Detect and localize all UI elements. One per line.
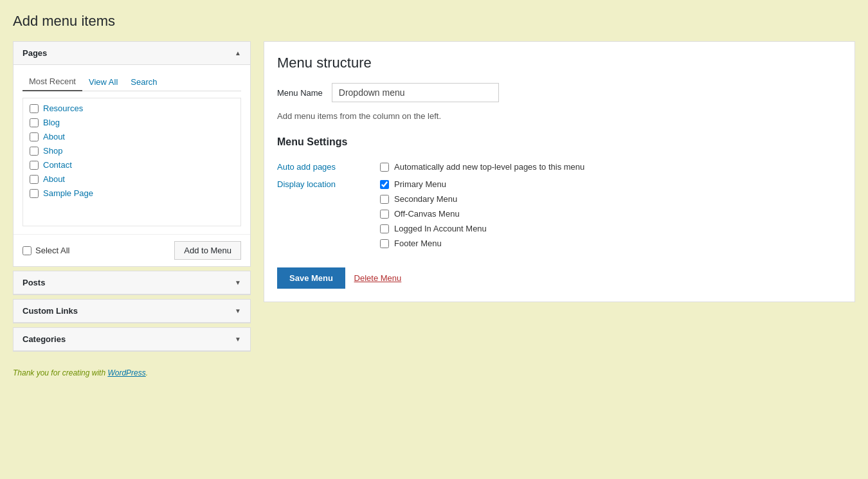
- display-location-options: Primary Menu Secondary Menu Off-Canvas M…: [380, 176, 842, 252]
- custom-links-section: Custom Links ▼: [13, 299, 251, 323]
- tab-view-all[interactable]: View All: [82, 73, 124, 91]
- select-all-label[interactable]: Select All: [35, 246, 69, 255]
- categories-accordion-header[interactable]: Categories ▼: [14, 328, 250, 351]
- posts-collapse-arrow[interactable]: ▼: [235, 279, 241, 286]
- location-logged-in-label: Logged In Account Menu: [394, 224, 487, 233]
- page-checkbox-about1[interactable]: [30, 132, 39, 141]
- footer: Thank you for creating with WordPress.: [13, 368, 855, 377]
- pages-section: Pages ▲ Most Recent View All Search Reso…: [13, 41, 251, 267]
- save-menu-button[interactable]: Save Menu: [277, 267, 345, 289]
- page-title: Add menu items: [13, 13, 855, 30]
- page-item-about1: About: [30, 132, 234, 141]
- auto-add-option-label: Automatically add new top-level pages to…: [394, 162, 584, 172]
- footer-text-after: .: [146, 368, 148, 377]
- auto-add-checkbox[interactable]: [380, 163, 389, 172]
- menu-name-label: Menu Name: [277, 88, 323, 98]
- menu-hint: Add menu items from the column on the le…: [277, 111, 842, 121]
- wordpress-link[interactable]: WordPress: [107, 368, 145, 377]
- pages-accordion-footer: Select All Add to Menu: [14, 234, 250, 266]
- pages-section-label: Pages: [23, 48, 47, 58]
- location-logged-in-checkbox[interactable]: [380, 224, 389, 233]
- location-footer: Footer Menu: [380, 239, 842, 248]
- display-location-options-list: Primary Menu Secondary Menu Off-Canvas M…: [380, 179, 842, 248]
- posts-section-label: Posts: [23, 278, 45, 287]
- auto-add-pages-label: Auto add pages: [277, 158, 380, 176]
- categories-section: Categories ▼: [13, 327, 251, 352]
- location-off-canvas-label: Off-Canvas Menu: [394, 209, 460, 219]
- location-primary-label: Primary Menu: [394, 179, 446, 189]
- location-logged-in: Logged In Account Menu: [380, 224, 842, 233]
- select-all-row: Select All: [23, 246, 69, 255]
- auto-add-pages-options: Automatically add new top-level pages to…: [380, 158, 842, 176]
- location-secondary-label: Secondary Menu: [394, 194, 457, 204]
- page-item-contact: Contact: [30, 160, 234, 170]
- posts-accordion-header[interactable]: Posts ▼: [14, 271, 250, 294]
- auto-add-option: Automatically add new top-level pages to…: [380, 162, 842, 172]
- pages-checkbox-list: Resources Blog About Shop: [23, 98, 241, 226]
- menu-structure-title: Menu structure: [277, 55, 842, 71]
- location-off-canvas: Off-Canvas Menu: [380, 209, 842, 219]
- display-location-row: Display location Primary Menu Secondary …: [277, 176, 842, 252]
- add-to-menu-button[interactable]: Add to Menu: [174, 241, 241, 260]
- page-checkbox-contact[interactable]: [30, 161, 39, 170]
- menu-settings-title: Menu Settings: [277, 136, 842, 148]
- tab-most-recent[interactable]: Most Recent: [23, 73, 82, 91]
- location-footer-checkbox[interactable]: [380, 239, 389, 248]
- display-location-label: Display location: [277, 176, 380, 252]
- page-checkbox-sample[interactable]: [30, 189, 39, 198]
- action-buttons: Save Menu Delete Menu: [277, 267, 842, 289]
- custom-links-collapse-arrow[interactable]: ▼: [235, 307, 241, 314]
- left-column: Pages ▲ Most Recent View All Search Reso…: [13, 41, 251, 356]
- page-label-sample[interactable]: Sample Page: [43, 188, 93, 198]
- location-footer-label: Footer Menu: [394, 239, 442, 248]
- page-item-about2: About: [30, 174, 234, 184]
- page-checkbox-resources[interactable]: [30, 104, 39, 113]
- select-all-checkbox[interactable]: [23, 246, 32, 255]
- categories-collapse-arrow[interactable]: ▼: [235, 336, 241, 343]
- custom-links-accordion-header[interactable]: Custom Links ▼: [14, 300, 250, 323]
- page-checkbox-about2[interactable]: [30, 175, 39, 184]
- page-item-blog: Blog: [30, 118, 234, 127]
- page-checkbox-shop[interactable]: [30, 147, 39, 156]
- page-label-shop[interactable]: Shop: [43, 146, 62, 156]
- page-label-about2[interactable]: About: [43, 174, 65, 184]
- custom-links-section-label: Custom Links: [23, 306, 78, 316]
- page-label-resources[interactable]: Resources: [43, 104, 83, 113]
- page-item-resources: Resources: [30, 104, 234, 113]
- location-secondary-checkbox[interactable]: [380, 195, 389, 204]
- page-item-shop: Shop: [30, 146, 234, 156]
- pages-accordion-body: Most Recent View All Search Resources Bl…: [14, 65, 250, 234]
- location-primary: Primary Menu: [380, 179, 842, 189]
- page-checkbox-blog[interactable]: [30, 118, 39, 127]
- auto-add-pages-row: Auto add pages Automatically add new top…: [277, 158, 842, 176]
- menu-name-row: Menu Name: [277, 83, 842, 102]
- delete-menu-button[interactable]: Delete Menu: [354, 273, 402, 283]
- page-item-sample: Sample Page: [30, 188, 234, 198]
- auto-add-options-list: Automatically add new top-level pages to…: [380, 162, 842, 172]
- footer-text-before: Thank you for creating with: [13, 368, 107, 377]
- posts-section: Posts ▼: [13, 271, 251, 295]
- tab-search[interactable]: Search: [124, 73, 163, 91]
- pages-tab-row: Most Recent View All Search: [23, 73, 241, 91]
- page-label-about1[interactable]: About: [43, 132, 65, 141]
- menu-name-input[interactable]: [332, 83, 499, 102]
- page-label-blog[interactable]: Blog: [43, 118, 60, 127]
- location-primary-checkbox[interactable]: [380, 180, 389, 189]
- categories-section-label: Categories: [23, 334, 66, 344]
- location-secondary: Secondary Menu: [380, 194, 842, 204]
- settings-table: Auto add pages Automatically add new top…: [277, 158, 842, 252]
- pages-collapse-arrow[interactable]: ▲: [235, 50, 241, 57]
- pages-accordion-header[interactable]: Pages ▲: [14, 42, 250, 65]
- location-off-canvas-checkbox[interactable]: [380, 210, 389, 219]
- page-label-contact[interactable]: Contact: [43, 160, 72, 170]
- right-column: Menu structure Menu Name Add menu items …: [264, 41, 855, 302]
